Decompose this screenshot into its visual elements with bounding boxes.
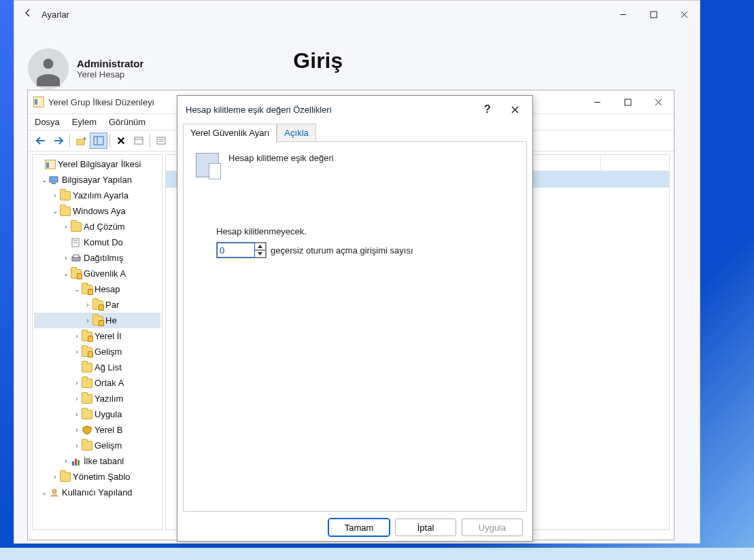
apply-button[interactable]: Uygula <box>462 519 523 536</box>
dialog-title: Hesap kilitleme eşik değeri Özellikleri <box>186 105 474 115</box>
tree-policy-based[interactable]: ›İlke tabanl <box>34 453 160 469</box>
tree-root[interactable]: Yerel Bilgisayar İlkesi <box>34 156 160 172</box>
properties-button[interactable] <box>130 133 148 149</box>
tree-name-resolution[interactable]: ›Ad Çözüm <box>34 219 160 234</box>
threshold-spinner[interactable] <box>216 242 267 258</box>
shield-icon <box>82 425 92 435</box>
column-setting[interactable] <box>533 155 601 171</box>
refresh-button[interactable] <box>152 133 170 149</box>
tree-pane[interactable]: Yerel Bilgisayar İlkesi ⌄Bilgisayar Yapı… <box>32 154 162 530</box>
cancel-button[interactable]: İptal <box>395 519 456 536</box>
user-icon <box>49 488 60 497</box>
show-hide-tree-button[interactable] <box>90 133 107 149</box>
delete-button[interactable] <box>112 133 130 149</box>
nav-forward-button[interactable] <box>50 133 67 149</box>
menu-file[interactable]: Dosya <box>35 117 60 127</box>
computer-icon <box>49 175 60 185</box>
tree-admin-templates[interactable]: ›Yönetim Şablo <box>34 469 160 485</box>
script-icon <box>71 238 82 247</box>
spin-up-button[interactable] <box>255 243 266 250</box>
tree-app-control[interactable]: ›Uygula <box>34 406 160 422</box>
gpedit-app-icon <box>33 97 44 107</box>
settings-title: Ayarlar <box>41 10 608 20</box>
properties-dialog: Hesap kilitleme eşik değeri Özellikleri … <box>177 95 533 542</box>
tree-password-policy[interactable]: ›Par <box>34 297 160 313</box>
maximize-button[interactable] <box>613 92 643 112</box>
tree-security-settings[interactable]: ⌄Güvenlik A <box>34 266 160 281</box>
tab-body: Hesap kilitleme eşik değeri Hesap kilitl… <box>183 141 527 512</box>
menu-action[interactable]: Eylem <box>72 117 97 127</box>
policy-icon <box>196 153 219 177</box>
tab-explain[interactable]: Açıkla <box>277 124 315 142</box>
close-button[interactable] <box>643 92 674 112</box>
svg-rect-8 <box>77 139 84 145</box>
tree-network-list[interactable]: Ağ List <box>34 360 160 375</box>
minimize-button[interactable] <box>608 4 638 24</box>
ok-button[interactable]: Tamam <box>328 519 390 536</box>
svg-rect-22 <box>73 255 79 258</box>
threshold-unit: geçersiz oturum açma girişimi sayısı <box>271 245 413 256</box>
tree-user-config[interactable]: ⌄Kullanıcı Yapıland <box>34 485 160 500</box>
svg-rect-13 <box>157 137 165 144</box>
close-button[interactable] <box>501 99 528 120</box>
svg-rect-25 <box>78 460 80 466</box>
tab-local-security[interactable]: Yerel Güvenlik Ayarı <box>183 124 277 142</box>
svg-rect-9 <box>94 137 103 145</box>
policy-note: Hesap kilitlenmeyecek. <box>216 226 514 237</box>
tree-windows-settings[interactable]: ⌄Windows Aya <box>34 203 160 219</box>
svg-point-26 <box>52 489 56 493</box>
dialog-titlebar: Hesap kilitleme eşik değeri Özellikleri … <box>177 96 532 123</box>
printer-icon <box>71 253 82 263</box>
tree-software-settings[interactable]: ›Yazılım Ayarla <box>34 188 160 203</box>
up-level-button[interactable] <box>72 133 90 149</box>
svg-rect-17 <box>52 183 56 184</box>
tree-account-policies[interactable]: ⌄Hesap <box>34 281 160 297</box>
tab-strip: Yerel Güvenlik Ayarı Açıkla <box>177 123 532 141</box>
dialog-buttons: Tamam İptal Uygula <box>177 512 532 543</box>
settings-titlebar: Ayarlar <box>14 1 700 28</box>
maximize-button[interactable] <box>638 4 669 24</box>
spin-down-button[interactable] <box>255 250 266 258</box>
tree-scripts[interactable]: Komut Do <box>34 234 160 250</box>
profile-subtitle: Yerel Hesap <box>77 69 143 80</box>
policy-name: Hesap kilitleme eşik değeri <box>228 153 334 163</box>
svg-rect-16 <box>50 177 58 182</box>
tree-advanced[interactable]: ›Gelişm <box>34 438 160 453</box>
threshold-input[interactable] <box>217 243 255 258</box>
help-button[interactable]: ? <box>474 99 501 120</box>
minimize-button[interactable] <box>582 92 613 112</box>
profile-name: Administrator <box>77 58 143 69</box>
tree-ipsec[interactable]: ›Yerel B <box>34 422 160 438</box>
svg-rect-24 <box>75 459 77 466</box>
profile-block: Administrator Yerel Hesap <box>28 48 143 89</box>
tree-advanced-audit[interactable]: ›Gelişm <box>34 344 160 360</box>
page-title: Giriş <box>293 48 343 89</box>
tree-software-restriction[interactable]: ›Yazılım <box>34 391 160 406</box>
svg-rect-11 <box>135 137 143 144</box>
tree-account-lockout[interactable]: ›He <box>34 313 160 328</box>
tree-deployed-printers[interactable]: ›Dağıtılmış <box>34 250 160 266</box>
close-button[interactable] <box>669 4 700 24</box>
chart-icon <box>71 457 82 466</box>
back-button[interactable] <box>14 7 41 21</box>
tree-local-policies[interactable]: ›Yerel İl <box>34 328 160 344</box>
svg-rect-5 <box>625 99 631 105</box>
avatar <box>28 48 69 89</box>
svg-rect-23 <box>72 461 74 466</box>
tree-public-key[interactable]: ›Ortak A <box>34 375 160 391</box>
svg-rect-1 <box>651 12 657 18</box>
nav-back-button[interactable] <box>32 133 50 149</box>
tree-computer-config[interactable]: ⌄Bilgisayar Yapılan <box>34 172 160 188</box>
menu-view[interactable]: Görünüm <box>109 117 145 127</box>
